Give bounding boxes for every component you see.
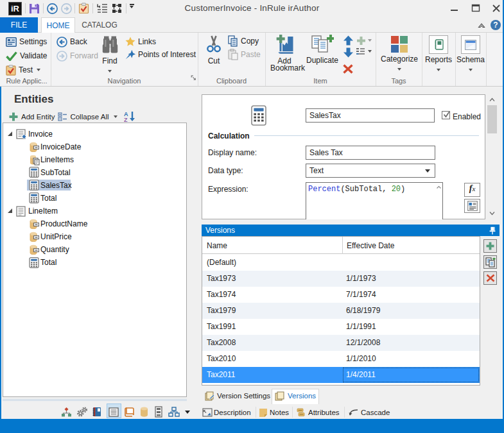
svg-text:Z: Z: [124, 117, 128, 123]
